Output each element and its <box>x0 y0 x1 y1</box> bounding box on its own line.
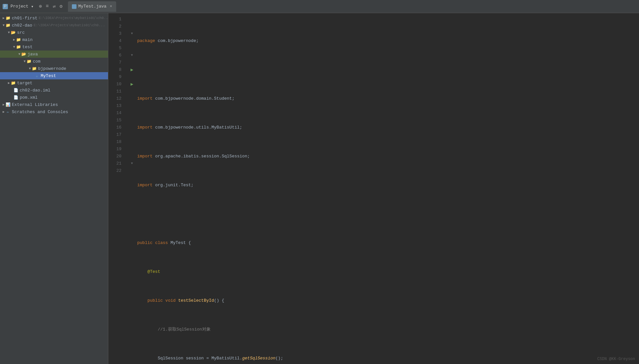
title-bar-actions: ⊕ ≡ ⇌ ⚙ <box>39 3 62 10</box>
ln-7: 7 <box>108 59 124 66</box>
folder-icon-ch01: 📁 <box>5 15 11 21</box>
java-file-icon <box>72 4 76 9</box>
run-icon-8[interactable]: ▶ <box>131 66 133 73</box>
collapse-arrow-scratches: ▶ <box>3 110 5 114</box>
fold-icon-6[interactable]: ▼ <box>131 52 133 59</box>
sync-icon[interactable]: ⇌ <box>53 3 55 10</box>
ln-10: 10 <box>108 81 124 88</box>
folder-icon-target: 📁 <box>11 80 16 86</box>
tab-close-icon[interactable]: × <box>110 4 112 9</box>
gutter-4 <box>127 37 137 45</box>
sidebar-label-test: test <box>22 45 32 50</box>
project-label[interactable]: Project <box>11 4 29 9</box>
settings-icon[interactable]: ⚙ <box>60 3 63 10</box>
gutter-21 <box>127 167 137 174</box>
code-area[interactable]: package com.bjpowernode; import com.bjpo… <box>137 13 639 364</box>
collapse-arrow-extlibs: ▶ <box>3 103 5 107</box>
ln-6: 6 <box>108 52 124 59</box>
title-bar: P Project ▾ ⊕ ≡ ⇌ ⚙ MyTest.java × <box>0 0 639 13</box>
ln-3: 3 <box>108 30 124 37</box>
sidebar-label-pom: pom.xml <box>20 95 38 100</box>
sidebar-label-target: target <box>17 81 32 86</box>
collapse-arrow-ch01: ▶ <box>3 16 5 20</box>
code-line-6: import org.junit.Test; <box>137 182 634 189</box>
sidebar-item-src[interactable]: ▼ 📂 src <box>0 29 108 36</box>
sidebar-item-iml[interactable]: 📄 ch02-dao.iml <box>0 87 108 94</box>
ln-16: 16 <box>108 124 124 131</box>
ln-15: 15 <box>108 117 124 124</box>
mytest-file-icon: ☕ <box>34 73 39 78</box>
ln-18: 18 <box>108 138 124 146</box>
sidebar-label-main: main <box>22 37 32 42</box>
code-line-3: import com.bjpowernode.domain.Student; <box>137 95 634 102</box>
code-line-1: package com.bjpowernode; <box>137 37 634 45</box>
code-line-11: //1.获取SqlSession对象 <box>137 326 634 333</box>
sidebar-item-com[interactable]: ▼ 📁 com <box>0 58 108 65</box>
project-icon: P <box>3 4 8 9</box>
ln-22: 22 <box>108 167 124 174</box>
sidebar-label-iml: ch02-dao.iml <box>20 88 51 93</box>
sidebar-item-target[interactable]: ▶ 📁 target <box>0 79 108 87</box>
add-icon[interactable]: ⊕ <box>39 3 42 10</box>
external-libs-icon: 📊 <box>5 102 11 107</box>
folder-icon-ch02: 📁 <box>5 23 11 28</box>
collapse-arrow-src: ▼ <box>8 31 10 34</box>
folder-icon-test: 📁 <box>16 44 21 50</box>
gutter-10b <box>127 88 137 95</box>
sidebar-item-scratches[interactable]: ▶ ✏️ Scratches and Consoles <box>0 108 108 115</box>
sidebar-item-main[interactable]: ▶ 📁 main <box>0 36 108 43</box>
sidebar-item-pom[interactable]: 📄 pom.xml <box>0 94 108 101</box>
gutter-13 <box>127 110 137 117</box>
sidebar-label-mytest: MyTest <box>41 73 56 78</box>
ln-21: 21 <box>108 160 124 167</box>
folder-icon-com: 📁 <box>26 59 32 64</box>
java-folder-icon: 📂 <box>21 51 26 57</box>
watermark: CSDN @KK-Greyson <box>597 357 635 361</box>
gutter-6: ▼ <box>127 52 137 59</box>
gutter-3: ▼ <box>127 30 137 37</box>
sidebar-label-com: com <box>33 59 40 64</box>
list-icon[interactable]: ≡ <box>46 4 49 9</box>
gutter-7 <box>127 59 137 66</box>
project-dropdown-icon[interactable]: ▾ <box>31 4 34 9</box>
sidebar-item-external-libs[interactable]: ▶ 📊 External Libraries <box>0 101 108 108</box>
ln-20: 20 <box>108 153 124 160</box>
fold-icon-3[interactable]: ▼ <box>131 30 133 37</box>
editor[interactable]: 1 2 3 4 5 6 7 8 9 10 11 12 13 14 15 16 1… <box>108 13 639 364</box>
sidebar-label-ch01: ch01-first <box>12 16 37 21</box>
sidebar-item-java[interactable]: ▼ 📂 java <box>0 51 108 58</box>
code-line-7 <box>137 211 634 218</box>
gutter-22 <box>127 174 137 182</box>
tab-label: MyTest.java <box>78 4 107 9</box>
sidebar-item-test[interactable]: ▼ 📁 test <box>0 43 108 51</box>
src-icon: 📂 <box>11 30 16 35</box>
sidebar-label-extlibs: External Libraries <box>12 102 58 107</box>
code-line-9: @Test <box>137 268 634 275</box>
line-numbers: 1 2 3 4 5 6 7 8 9 10 11 12 13 14 15 16 1… <box>108 13 127 364</box>
gutter-14 <box>127 117 137 124</box>
gutter-19 <box>127 153 137 160</box>
sidebar-item-bjpowernode[interactable]: ▼ 📁 bjpowernode <box>0 65 108 72</box>
sidebar-item-ch02-dao[interactable]: ▼ 📁 ch02-dao E:\IDEA\Projects\mybatis01\… <box>0 22 108 29</box>
sidebar-label-bjpowernode: bjpowernode <box>38 66 66 71</box>
sidebar-path-ch02: E:\IDEA\Projects\mybatis01\ch0... <box>33 23 105 27</box>
collapse-arrow-ch02: ▼ <box>3 24 5 27</box>
ln-19: 19 <box>108 146 124 153</box>
gutter-5 <box>127 45 137 52</box>
editor-content: 1 2 3 4 5 6 7 8 9 10 11 12 13 14 15 16 1… <box>108 13 639 364</box>
collapse-arrow-main: ▶ <box>13 38 15 42</box>
ln-9: 9 <box>108 73 124 81</box>
collapse-arrow-target: ▶ <box>8 81 10 85</box>
sidebar-item-mytest[interactable]: ☕ MyTest <box>0 72 108 79</box>
collapse-arrow-java: ▼ <box>18 52 20 56</box>
sidebar-item-ch01-first[interactable]: ▶ 📁 ch01-first E:\IDEA\Projects\mybatis0… <box>0 14 108 22</box>
code-line-10: public void testSelectById() { <box>137 297 634 304</box>
sidebar-label-scratches: Scratches and Consoles <box>12 110 68 114</box>
ln-5: 5 <box>108 45 124 52</box>
editor-tab-mytest[interactable]: MyTest.java × <box>68 1 116 12</box>
folder-icon-main: 📁 <box>16 37 21 42</box>
run-icon-10[interactable]: ▶ <box>131 81 133 88</box>
fold-icon-20[interactable]: ▼ <box>131 160 133 167</box>
xml-icon: 📄 <box>13 95 18 100</box>
sidebar: ▶ 📁 ch01-first E:\IDEA\Projects\mybatis0… <box>0 13 108 364</box>
